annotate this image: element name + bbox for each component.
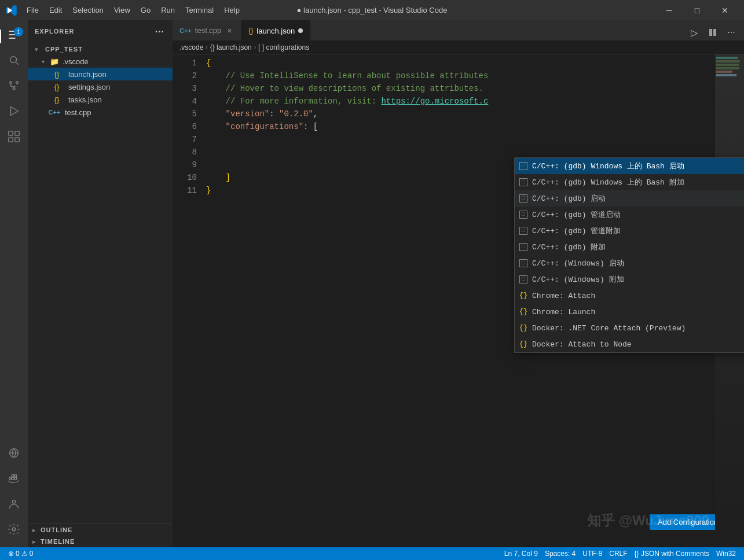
activity-source-control[interactable] (2, 76, 25, 99)
breadcrumb-configurations[interactable]: [ ] configurations (258, 43, 309, 51)
autocomplete-label-3: C/C++: (gdb) 管道启动 (532, 209, 621, 220)
tab-launch-json[interactable]: {} launch.json (241, 20, 310, 40)
autocomplete-icon-5: □ (519, 243, 527, 251)
activity-docker[interactable] (2, 469, 25, 492)
svg-rect-8 (15, 138, 19, 142)
menu-view[interactable]: View (109, 3, 135, 17)
autocomplete-item-8[interactable]: {} Chrome: Attach (515, 288, 744, 304)
status-encoding[interactable]: UTF-8 (579, 547, 606, 560)
timeline-chevron: ▸ (32, 539, 38, 545)
autocomplete-item-7[interactable]: □ C/C++: (Windows) 附加 (515, 271, 744, 288)
vscode-icon (6, 5, 17, 16)
svg-rect-12 (14, 477, 17, 480)
autocomplete-icon-3: □ (519, 211, 527, 219)
editor-area: C++ test.cpp × {} launch.json ▷ ··· (173, 20, 744, 547)
tree-item-vscode-folder[interactable]: ▾ 📁 .vscode (28, 55, 173, 68)
activity-run[interactable] (2, 101, 25, 124)
menu-edit[interactable]: Edit (45, 3, 67, 17)
menu-terminal[interactable]: Terminal (181, 3, 218, 17)
tree-item-settings-json[interactable]: {} settings.json (28, 80, 173, 93)
autocomplete-label-1: C/C++: (gdb) Windows 上的 Bash 附加 (532, 177, 684, 187)
autocomplete-item-2[interactable]: □ C/C++: (gdb) 启动 (515, 190, 744, 207)
svg-point-1 (10, 82, 12, 84)
search-icon (8, 54, 20, 70)
maximize-button[interactable]: □ (684, 2, 710, 19)
menu-file[interactable]: File (22, 3, 43, 17)
tab-test-cpp[interactable]: C++ test.cpp × (173, 20, 241, 40)
tree-item-tasks-json[interactable]: {} tasks.json (28, 93, 173, 106)
close-button[interactable]: ✕ (712, 2, 738, 19)
activity-bar: 1 (0, 20, 28, 547)
svg-point-3 (13, 88, 15, 90)
breadcrumb-vscode[interactable]: .vscode (179, 43, 203, 51)
svg-rect-7 (9, 138, 13, 142)
error-icon: ⊗ (8, 550, 14, 558)
status-bar: ⊗ 0 ⚠ 0 Ln 7, Col 9 Spaces: 4 UTF-8 CRLF… (0, 547, 744, 560)
status-platform[interactable]: Win32 (713, 547, 739, 560)
code-line-1: { (201, 57, 715, 69)
timeline-section[interactable]: ▸ TIMELINE (28, 536, 173, 547)
menu-run[interactable]: Run (156, 3, 179, 17)
autocomplete-icon-1: □ (519, 178, 527, 186)
autocomplete-item-10[interactable]: {} Docker: .NET Core Attach (Preview) (515, 320, 744, 336)
file-label-tasks: tasks.json (68, 95, 102, 104)
more-actions-button[interactable]: ··· (723, 24, 739, 40)
file-label-cpp: test.cpp (65, 108, 91, 117)
autocomplete-icon-4: □ (519, 227, 527, 235)
window-controls: ─ □ ✕ (656, 2, 738, 19)
activity-extensions[interactable] (2, 127, 25, 150)
tree-item-test-cpp[interactable]: ▸ C++ test.cpp (28, 106, 173, 119)
menu-help[interactable]: Help (219, 3, 244, 17)
gear-icon (8, 523, 20, 539)
file-label-vscode: .vscode (63, 57, 89, 66)
autocomplete-item-4[interactable]: □ C/C++: (gdb) 管道附加 (515, 223, 744, 239)
source-control-icon (8, 79, 20, 95)
menu-selection[interactable]: Selection (68, 3, 108, 17)
cpp-icon: C++ (50, 108, 59, 117)
tree-item-launch-json[interactable]: {} launch.json (28, 68, 173, 80)
activity-explorer[interactable]: 1 (2, 25, 25, 48)
autocomplete-item-1[interactable]: □ C/C++: (gdb) Windows 上的 Bash 附加 (515, 174, 744, 190)
minimize-button[interactable]: ─ (656, 2, 683, 19)
status-language[interactable]: {} JSON with Comments (631, 547, 713, 560)
activity-search[interactable] (2, 50, 25, 73)
activity-settings[interactable] (2, 520, 25, 543)
run-editor-button[interactable]: ▷ (686, 24, 702, 40)
autocomplete-dropdown: □ C/C++: (gdb) Windows 上的 Bash 启动 □ C/C+… (514, 157, 744, 353)
activity-remote[interactable] (2, 443, 25, 466)
autocomplete-item-6[interactable]: □ C/C++: (Windows) 启动 (515, 255, 744, 271)
outline-section[interactable]: ▸ OUTLINE (28, 524, 173, 536)
svg-point-15 (12, 500, 16, 504)
split-editor-button[interactable] (705, 24, 721, 40)
menu-go[interactable]: Go (136, 3, 155, 17)
status-spaces[interactable]: Spaces: 4 (541, 547, 579, 560)
tab-bar: C++ test.cpp × {} launch.json ▷ ··· (173, 20, 744, 40)
autocomplete-label-5: C/C++: (gdb) 附加 (532, 242, 606, 252)
status-position[interactable]: Ln 7, Col 9 (501, 547, 541, 560)
new-file-button[interactable]: ⋯ (153, 25, 166, 38)
autocomplete-item-0[interactable]: □ C/C++: (gdb) Windows 上的 Bash 启动 (515, 158, 744, 174)
code-line-6: "configurations": [ (201, 120, 715, 133)
autocomplete-item-9[interactable]: {} Chrome: Launch (515, 304, 744, 320)
tab-close-cpp[interactable]: × (225, 26, 234, 35)
activity-accounts[interactable] (2, 494, 25, 517)
code-line-5: "version": "0.2.0", (201, 108, 715, 120)
outline-label: OUTLINE (41, 526, 72, 533)
autocomplete-label-2: C/C++: (gdb) 启动 (532, 193, 606, 204)
autocomplete-item-11[interactable]: {} Docker: Attach to Node (515, 336, 744, 352)
line-numbers: 1 2 3 4 5 6 7 8 9 10 11 (173, 54, 201, 547)
breadcrumb-sep-2: › (254, 44, 256, 50)
status-eol[interactable]: CRLF (606, 547, 631, 560)
section-cpp-test[interactable]: ▾ CPP_TEST (28, 43, 173, 55)
json-icon: {} (52, 69, 61, 79)
autocomplete-item-5[interactable]: □ C/C++: (gdb) 附加 (515, 239, 744, 255)
titlebar: File Edit Selection View Go Run Terminal… (0, 0, 744, 20)
autocomplete-label-0: C/C++: (gdb) Windows 上的 Bash 启动 (532, 161, 684, 171)
sidebar-title: Explorer (35, 28, 75, 35)
breadcrumb-launch-json[interactable]: {} launch.json (210, 43, 252, 51)
tab-dirty-indicator (298, 28, 303, 33)
autocomplete-label-4: C/C++: (gdb) 管道附加 (532, 226, 621, 236)
status-errors[interactable]: ⊗ 0 ⚠ 0 (5, 547, 36, 560)
outline-chevron: ▸ (32, 527, 38, 533)
autocomplete-item-3[interactable]: □ C/C++: (gdb) 管道启动 (515, 207, 744, 223)
